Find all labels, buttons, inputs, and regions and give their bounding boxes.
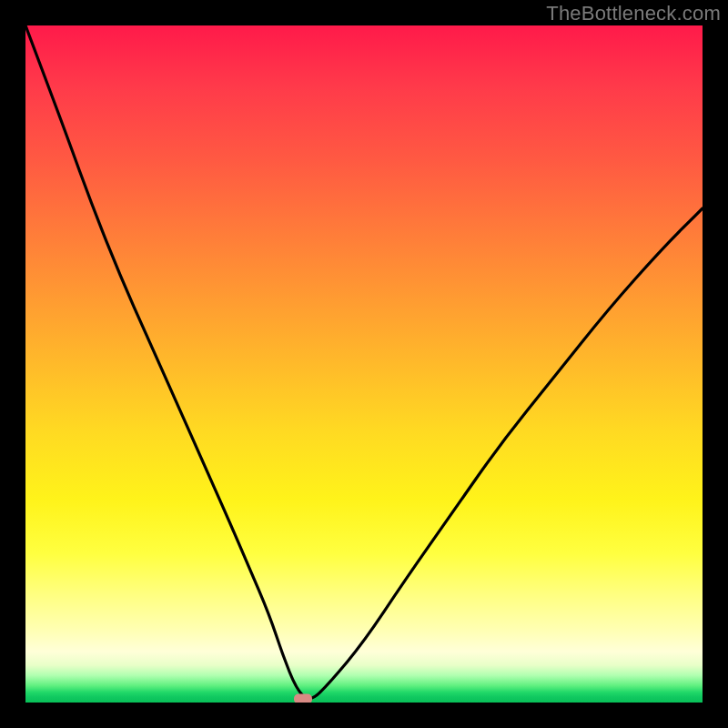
optimal-point-marker xyxy=(294,694,312,703)
watermark-text: TheBottleneck.com xyxy=(546,2,721,25)
bottleneck-curve xyxy=(25,25,703,703)
chart-frame: TheBottleneck.com xyxy=(0,0,728,728)
plot-area xyxy=(25,25,703,703)
